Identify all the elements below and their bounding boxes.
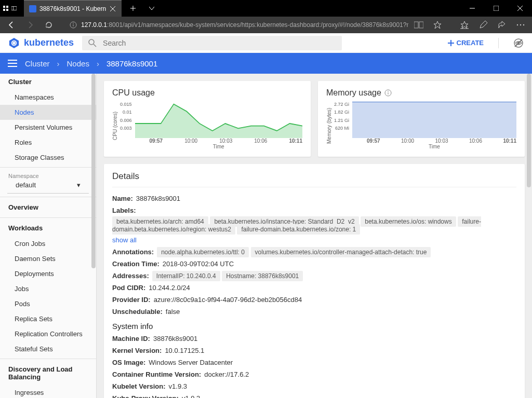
search-icon <box>88 39 97 47</box>
chip: failure-domain.beta.kubernetes.io/zone: … <box>237 224 360 235</box>
sidebar-item[interactable]: Roles <box>0 135 96 150</box>
memory-usage-title: Memory usage <box>326 88 381 98</box>
sidebar-item[interactable]: Storage Classes <box>0 150 96 165</box>
info-icon[interactable] <box>384 89 392 97</box>
namespace-toggle-icon[interactable] <box>513 38 524 48</box>
svg-marker-19 <box>434 21 441 29</box>
svg-line-34 <box>94 44 96 47</box>
sidebar-item[interactable]: Jobs <box>0 281 96 296</box>
kubernetes-wheel-icon <box>8 37 20 49</box>
sidebar-item[interactable]: Pods <box>0 296 96 311</box>
chevron-right-icon: › <box>97 59 99 68</box>
svg-rect-1 <box>6 6 8 8</box>
sidebar-item[interactable]: Replication Controllers <box>0 326 96 341</box>
sidebar-section-dlb[interactable]: Discovery and Load Balancing <box>0 361 96 385</box>
search-box[interactable] <box>82 36 342 50</box>
svg-point-33 <box>89 39 94 45</box>
breadcrumb-nodes[interactable]: Nodes <box>67 59 89 68</box>
svg-point-45 <box>388 91 389 92</box>
window-minimize-button[interactable] <box>460 0 484 17</box>
new-tab-button[interactable] <box>126 6 140 11</box>
svg-point-26 <box>523 24 524 25</box>
svg-rect-11 <box>494 6 499 11</box>
sidebar-item[interactable]: Cron Jobs <box>0 236 96 251</box>
sidebar-item[interactable]: Namespaces <box>0 90 96 105</box>
svg-rect-18 <box>419 22 423 28</box>
sidebar: Cluster NamespacesNodesPersistent Volume… <box>0 74 97 398</box>
tab-tools-button[interactable] <box>144 6 159 11</box>
tab-favicon <box>29 5 36 12</box>
favorite-icon[interactable] <box>429 17 446 33</box>
app-header: kubernetes CREATE <box>0 33 532 53</box>
details-title: Details <box>112 171 516 187</box>
svg-rect-0 <box>3 6 5 8</box>
menu-icon[interactable] <box>7 60 18 67</box>
svg-line-39 <box>515 39 522 47</box>
content-area: CPU usage CPU (cores) 0.0150.010.0060.00… <box>97 74 532 398</box>
sidebar-item[interactable]: Deployments <box>0 266 96 281</box>
show-all-labels[interactable]: show all <box>112 236 137 244</box>
tab-preview-icon[interactable] <box>11 6 17 11</box>
chip: Hostname: 38876k8s9001 <box>222 271 303 281</box>
scrollbar-thumb[interactable] <box>527 74 531 187</box>
back-button[interactable] <box>3 17 20 33</box>
sidebar-item[interactable]: Nodes <box>0 105 96 120</box>
svg-point-25 <box>520 24 521 25</box>
more-icon[interactable] <box>512 17 529 33</box>
sidebar-section-cluster[interactable]: Cluster <box>0 74 96 90</box>
system-info-heading: System info <box>112 318 516 333</box>
breadcrumb-bar: Cluster › Nodes › 38876k8s9001 <box>0 53 532 74</box>
chevron-right-icon: › <box>57 59 60 68</box>
svg-rect-2 <box>3 9 5 11</box>
window-close-button[interactable] <box>508 0 532 17</box>
sidebar-item[interactable]: Stateful Sets <box>0 341 96 356</box>
chip: node.alpha.kubernetes.io/ttl: 0 <box>157 247 249 257</box>
chip: volumes.kubernetes.io/controller-managed… <box>251 247 431 257</box>
cpu-usage-card: CPU usage CPU (cores) 0.0150.010.0060.00… <box>104 81 311 157</box>
edge-apps-icon[interactable] <box>3 6 8 11</box>
window-maximize-button[interactable] <box>484 0 508 17</box>
browser-tab[interactable]: 38876k8s9001 - Kubern <box>24 0 122 17</box>
notes-icon[interactable] <box>475 17 491 33</box>
close-tab-icon[interactable] <box>109 5 116 12</box>
memory-usage-card: Memory usage Memory (bytes) 2.72 Gi1.82 … <box>318 81 525 157</box>
svg-rect-3 <box>6 9 8 11</box>
chip: beta.kubernetes.io/os: windows <box>361 216 456 227</box>
tab-title: 38876k8s9001 - Kubern <box>39 5 106 12</box>
url-field[interactable]: 127.0.0.1:8001/api/v1/namespaces/kube-sy… <box>79 21 408 29</box>
namespace-select[interactable]: default ▾ <box>7 179 89 194</box>
sidebar-item[interactable]: Persistent Volumes <box>0 120 96 135</box>
browser-titlebar: 38876k8s9001 - Kubern <box>0 0 532 17</box>
create-button[interactable]: CREATE <box>447 39 484 47</box>
sidebar-section-workloads[interactable]: Workloads <box>0 220 96 236</box>
svg-point-24 <box>517 24 518 25</box>
svg-rect-4 <box>11 6 17 10</box>
browser-addressbar: 127.0.0.1:8001/api/v1/namespaces/kube-sy… <box>0 17 532 33</box>
svg-point-16 <box>73 23 74 24</box>
search-input[interactable] <box>103 39 336 47</box>
sidebar-item[interactable]: Ingresses <box>0 385 96 398</box>
namespace-label: Namespace <box>0 170 96 179</box>
memory-chart <box>352 102 516 138</box>
refresh-button[interactable] <box>41 17 57 33</box>
svg-rect-17 <box>414 22 418 28</box>
chevron-down-icon: ▾ <box>77 181 81 189</box>
chip: InternalIP: 10.240.0.4 <box>152 271 220 281</box>
plus-icon <box>447 39 455 47</box>
favorites-bar-icon[interactable] <box>456 17 473 33</box>
cpu-usage-title: CPU usage <box>112 88 302 98</box>
share-icon[interactable] <box>494 17 510 33</box>
sidebar-item[interactable]: Replica Sets <box>0 311 96 326</box>
info-icon[interactable] <box>70 21 77 29</box>
sidebar-overview[interactable]: Overview <box>0 199 96 215</box>
reading-view-icon[interactable] <box>410 17 427 33</box>
details-card: Details Name: 38876k8s9001 Labels: beta.… <box>104 164 525 398</box>
breadcrumb-cluster[interactable]: Cluster <box>25 59 50 68</box>
kubernetes-logo[interactable]: kubernetes <box>8 37 74 49</box>
sidebar-item[interactable]: Daemon Sets <box>0 251 96 266</box>
forward-button[interactable] <box>22 17 38 33</box>
cpu-chart <box>135 102 302 138</box>
scrollbar-thumb[interactable] <box>91 74 96 268</box>
breadcrumb-current: 38876k8s9001 <box>107 59 157 68</box>
svg-marker-20 <box>461 21 468 29</box>
